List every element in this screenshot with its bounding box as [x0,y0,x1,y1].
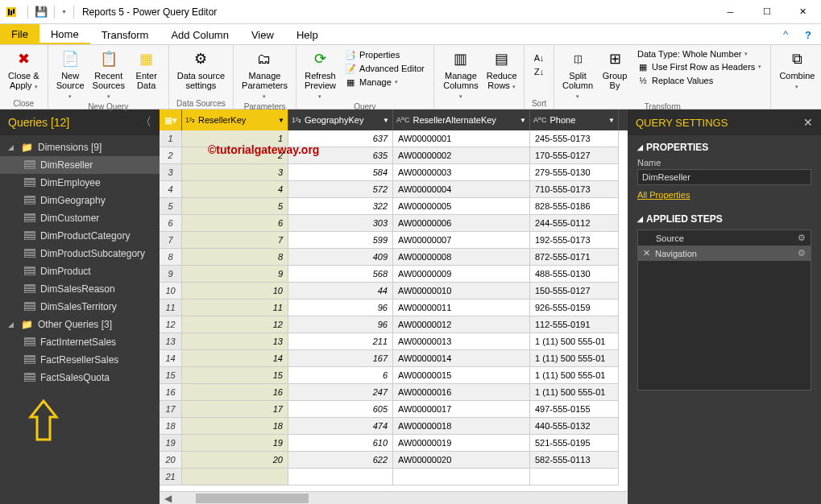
cell[interactable]: AW00000016 [393,384,530,401]
cell[interactable]: 322 [288,198,393,215]
cell[interactable]: 11 [182,300,288,316]
cell[interactable]: AW00000008 [393,249,530,266]
column-header[interactable]: 1²₃ResellerKey▼ [182,109,288,130]
refresh-preview-button[interactable]: ⟳Refresh Preview ▾ [301,47,339,101]
table-row[interactable]: 1414167AW000000141 (11) 500 555-01 [160,350,628,367]
cell[interactable]: 637 [288,130,393,147]
data-source-settings-button[interactable]: ⚙Data source settings [174,47,228,92]
cell[interactable]: 872-555-0171 [530,249,619,266]
cell[interactable]: 474 [288,418,393,435]
cell[interactable]: 12 [182,316,288,333]
table-row[interactable]: 44572AW00000004710-555-0173 [160,181,628,198]
cell[interactable]: AW00000017 [393,401,530,418]
cell[interactable]: AW00000007 [393,232,530,249]
cell[interactable]: 13 [182,333,288,350]
row-number[interactable]: 21 [160,469,182,485]
cell[interactable]: AW00000020 [393,452,530,469]
cell[interactable]: 44 [288,283,393,300]
row-number[interactable]: 11 [160,300,182,316]
table-row[interactable]: 88409AW00000008872-555-0171 [160,249,628,266]
replace-values-button[interactable]: ½Replace Values [635,74,764,87]
query-item[interactable]: DimProduct [0,262,160,280]
split-column-button[interactable]: ⎅Split Column ▾ [559,47,596,101]
cell[interactable]: AW00000009 [393,266,530,283]
file-menu[interactable]: File [0,24,39,44]
cell[interactable]: AW00000004 [393,181,530,198]
cell[interactable]: 622 [288,452,393,469]
cell[interactable]: AW00000018 [393,418,530,435]
close-apply-button[interactable]: ✖ Close & Apply ▾ [5,47,43,92]
query-name-input[interactable] [637,169,811,185]
cell[interactable]: 170-555-0127 [530,147,619,164]
row-number[interactable]: 15 [160,367,182,384]
cell[interactable]: 8 [182,249,288,266]
row-number[interactable]: 13 [160,333,182,350]
cell[interactable]: AW00000015 [393,367,530,384]
query-item[interactable]: DimGeography [0,192,160,209]
datatype-icon[interactable]: 1²₃ [185,116,195,124]
cell[interactable]: 1 (11) 500 555-01 [530,350,619,367]
datatype-icon[interactable]: AᴮC [396,116,410,124]
query-item[interactable]: DimSalesReason [0,280,160,298]
table-row[interactable]: 1616247AW000000161 (11) 500 555-01 [160,384,628,401]
datatype-icon[interactable]: 1²₃ [292,116,301,124]
cell[interactable]: 1 (11) 500 555-01 [530,333,619,350]
row-number[interactable]: 20 [160,452,182,469]
advanced-editor-button[interactable]: 📝Advanced Editor [342,62,427,75]
qat-dropdown-icon[interactable]: ▼ [61,9,67,14]
row-number[interactable]: 2 [160,147,182,164]
manage-query-button[interactable]: ▦Manage ▾ [342,76,427,89]
properties-button[interactable]: 📑Properties [342,48,427,61]
cell[interactable]: 7 [182,232,288,249]
cell[interactable]: 3 [182,164,288,181]
minimize-button[interactable]: ─ [712,0,748,24]
cell[interactable]: 572 [288,181,393,198]
cell[interactable]: 14 [182,350,288,367]
cell[interactable]: 5 [182,198,288,215]
table-row[interactable]: 99568AW00000009488-555-0130 [160,266,628,283]
table-row[interactable]: 1313211AW000000131 (11) 500 555-01 [160,333,628,350]
cell[interactable]: 926-555-0159 [530,300,619,316]
query-item[interactable]: DimCustomer [0,209,160,227]
cell[interactable]: 6 [288,367,393,384]
manage-parameters-button[interactable]: 🗂Manage Parameters ▾ [238,47,291,101]
table-row[interactable]: 121296AW00000012112-555-0191 [160,316,628,333]
cell[interactable]: 582-555-0113 [530,452,619,469]
applied-step[interactable]: Source⚙ [638,230,811,246]
recent-sources-button[interactable]: 📋Recent Sources ▾ [89,47,128,101]
row-number[interactable]: 6 [160,215,182,232]
tab-home[interactable]: Home [39,24,90,44]
enter-data-button[interactable]: ▦Enter Data [130,47,164,92]
cell[interactable]: 2 [182,147,288,164]
cell[interactable]: 19 [182,435,288,452]
table-row[interactable]: 1717605AW00000017497-555-0155 [160,401,628,418]
cell[interactable]: 245-555-0173 [530,130,619,147]
cell[interactable]: 192-555-0173 [530,232,619,249]
cell[interactable]: AW00000019 [393,435,530,452]
cell[interactable]: 610 [288,435,393,452]
cell[interactable]: AW00000014 [393,350,530,367]
delete-step-icon[interactable]: ✕ [643,248,650,258]
tab-transform[interactable]: Transform [90,24,160,44]
maximize-button[interactable]: ☐ [748,0,785,24]
row-number[interactable]: 7 [160,232,182,249]
row-number[interactable]: 9 [160,266,182,283]
manage-columns-button[interactable]: ▥Manage Columns ▾ [439,47,483,101]
cell[interactable]: 10 [182,283,288,300]
cell[interactable]: 409 [288,249,393,266]
close-window-button[interactable]: ✕ [785,0,821,24]
cell[interactable]: AW00000003 [393,164,530,181]
cell[interactable]: 1 (11) 500 555-01 [530,384,619,401]
combine-button[interactable]: ⧉Combine▾ [776,47,818,92]
query-item[interactable]: DimReseller [0,156,160,174]
table-row[interactable]: 22635AW00000002170-555-0127 [160,147,628,164]
horizontal-scrollbar[interactable]: ◀ [160,491,628,504]
help-icon[interactable]: ? [802,28,815,41]
row-number[interactable]: 16 [160,384,182,401]
query-item[interactable]: FactResellerSales [0,351,160,369]
reduce-rows-button[interactable]: ▤Reduce Rows ▾ [484,47,519,92]
collapse-queries-icon[interactable]: 〈 [140,115,151,130]
cell[interactable]: 244-555-0112 [530,215,619,232]
cell[interactable]: 599 [288,232,393,249]
row-number[interactable]: 5 [160,198,182,215]
